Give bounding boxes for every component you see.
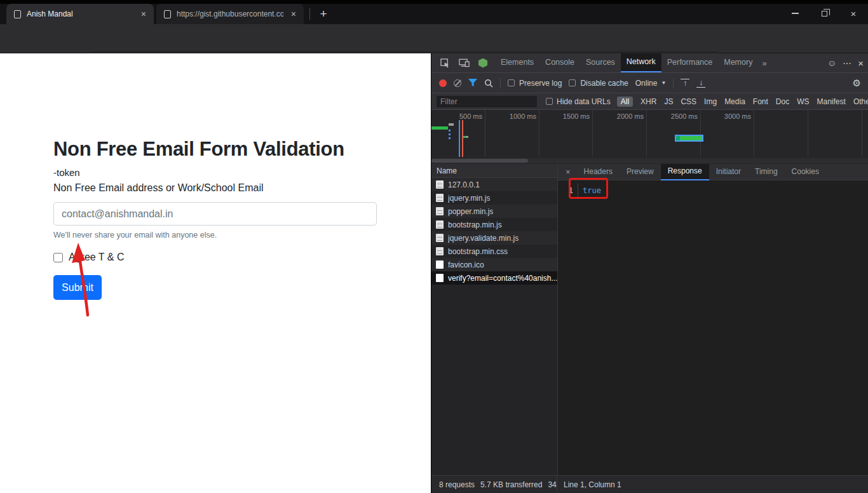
request-row[interactable]: bootstrap.min.js	[431, 218, 557, 231]
dropdown-caret-icon: ▼	[661, 80, 666, 86]
filter-type-manifest[interactable]: Manifest	[817, 97, 846, 106]
timeline-tick: 3000 ms	[712, 112, 751, 120]
filter-type-ws[interactable]: WS	[797, 97, 809, 106]
detail-tab-cookies[interactable]: Cookies	[785, 164, 826, 180]
waterfall-bar	[449, 123, 454, 126]
filter-type-img[interactable]: Img	[704, 97, 717, 106]
browser-window: Anish Mandal × https://gist.githubuserco…	[0, 0, 868, 493]
detail-tab-initiator[interactable]: Initiator	[709, 164, 748, 180]
inspect-element-icon[interactable]	[437, 55, 453, 71]
network-settings-gear-icon[interactable]: ⚙	[853, 78, 861, 89]
devtools-menu-icon[interactable]: ⋯	[839, 58, 855, 68]
request-row[interactable]: favicon.ico	[431, 258, 557, 271]
devtools-tab-network[interactable]: Network	[621, 53, 661, 72]
selected-request-bar	[675, 135, 703, 142]
close-tab-icon[interactable]: ×	[139, 9, 149, 19]
document-icon	[436, 247, 444, 255]
close-detail-icon[interactable]: ×	[558, 167, 577, 177]
filter-type-doc[interactable]: Doc	[776, 97, 789, 106]
name-column-header[interactable]: Name	[431, 164, 557, 178]
browser-tab-active[interactable]: Anish Mandal ×	[6, 4, 154, 24]
device-toolbar-icon[interactable]	[456, 55, 472, 71]
waterfall-bar	[463, 136, 468, 138]
network-summary: 8 requests 5.7 KB transferred 343 kB res…	[431, 476, 557, 493]
record-icon[interactable]	[439, 79, 447, 87]
clear-icon[interactable]	[454, 79, 461, 87]
restore-icon	[822, 11, 827, 17]
devtools-close-icon[interactable]: ×	[858, 58, 864, 69]
document-icon	[436, 207, 444, 215]
preserve-log-label: Preserve log	[519, 79, 562, 88]
tab-title: Anish Mandal	[27, 10, 133, 18]
throttling-dropdown[interactable]: Online ▼	[635, 79, 667, 88]
filter-type-xhr[interactable]: XHR	[641, 97, 656, 106]
network-overview-timeline: 500 ms 1000 ms 1500 ms 2000 ms 2500 ms 3…	[431, 109, 868, 164]
close-tab-icon[interactable]: ×	[288, 9, 299, 19]
transferred-size: 5.7 KB transferred	[480, 480, 542, 489]
node-icon[interactable]	[475, 55, 491, 71]
waterfall-marker	[449, 130, 451, 139]
detail-tab-preview[interactable]: Preview	[620, 164, 661, 180]
request-row-selected[interactable]: verify?email=contact%40anish...	[431, 271, 557, 285]
browser-tab-inactive[interactable]: https://gist.githubusercontent.co ×	[156, 4, 304, 24]
request-row[interactable]: popper.min.js	[431, 205, 557, 218]
request-row[interactable]: jquery.min.js	[431, 191, 557, 205]
document-icon	[436, 194, 444, 202]
agree-checkbox[interactable]	[53, 253, 63, 262]
filter-input[interactable]	[437, 96, 537, 107]
annotation-arrow	[62, 240, 103, 320]
overview-scrollbar[interactable]	[431, 158, 868, 163]
preserve-log-checkbox[interactable]	[508, 79, 515, 86]
timeline-tick: 1000 ms	[497, 112, 536, 120]
devtools-tab-sources[interactable]: Sources	[580, 53, 621, 72]
search-icon[interactable]	[484, 79, 493, 88]
request-row[interactable]: bootstrap.min.css	[431, 245, 557, 258]
document-icon	[436, 234, 444, 242]
more-panels-icon[interactable]: »	[758, 58, 770, 68]
import-har-icon[interactable]: ↑	[681, 79, 689, 88]
devtools-tab-performance[interactable]: Performance	[661, 53, 719, 72]
detail-tab-response[interactable]: Response	[661, 164, 709, 180]
filter-type-css[interactable]: CSS	[681, 97, 696, 106]
filter-type-other[interactable]: Other	[853, 97, 868, 106]
close-window-button[interactable]: ×	[839, 4, 868, 23]
request-list-panel: Name 127.0.0.1 jquery.min.js popper.min.…	[431, 164, 557, 475]
email-field[interactable]	[53, 202, 377, 226]
detail-tab-timing[interactable]: Timing	[748, 164, 785, 180]
filter-type-js[interactable]: JS	[664, 97, 673, 106]
filter-type-media[interactable]: Media	[724, 97, 745, 106]
page-favicon-icon	[14, 10, 21, 18]
network-toolbar: Preserve log Disable cache Online ▼ ↑ ↓ …	[431, 72, 868, 93]
response-editor[interactable]: 1 true	[558, 180, 868, 475]
request-row[interactable]: jquery.validate.min.js	[431, 231, 557, 245]
disable-cache-checkbox[interactable]	[569, 79, 576, 86]
request-row[interactable]: 127.0.0.1	[431, 178, 557, 191]
hide-data-urls-checkbox[interactable]	[546, 98, 553, 105]
document-icon	[436, 180, 444, 189]
minimize-button[interactable]	[780, 4, 810, 23]
tab-divider	[309, 8, 310, 20]
timeline-tick: 1500 ms	[550, 112, 590, 120]
devtools-tab-memory[interactable]: Memory	[718, 53, 758, 72]
export-har-icon[interactable]: ↓	[696, 79, 705, 88]
new-tab-button[interactable]: +	[315, 6, 332, 22]
navigation-bar: i 127.0.0.1 :8000 ☆ ☆ InPrivate ☺ ⋯	[0, 24, 868, 53]
waterfall-bar	[431, 126, 448, 130]
devtools-tab-console[interactable]: Console	[539, 53, 580, 72]
filter-type-font[interactable]: Font	[753, 97, 768, 106]
timeline-tick: 2000 ms	[604, 112, 644, 120]
title-bar: Anish Mandal × https://gist.githubuserco…	[0, 0, 868, 24]
filter-icon[interactable]	[468, 79, 477, 87]
minimize-icon	[792, 13, 799, 14]
devtools-feedback-icon[interactable]: ☺	[827, 58, 836, 68]
devtools-tab-bar: Elements Console Sources Network Perform…	[431, 53, 868, 72]
request-count: 8 requests	[439, 480, 475, 489]
domcontentloaded-line	[459, 120, 460, 157]
cursor-position: Line 1, Column 1	[557, 476, 868, 493]
annotation-box	[569, 178, 608, 199]
tab-title: https://gist.githubusercontent.co	[177, 10, 283, 18]
restore-button[interactable]	[810, 4, 839, 23]
web-page: Non Free Email Form Validation -token No…	[0, 53, 431, 493]
filter-type-all[interactable]: All	[617, 97, 633, 107]
devtools-tab-elements[interactable]: Elements	[495, 53, 539, 72]
